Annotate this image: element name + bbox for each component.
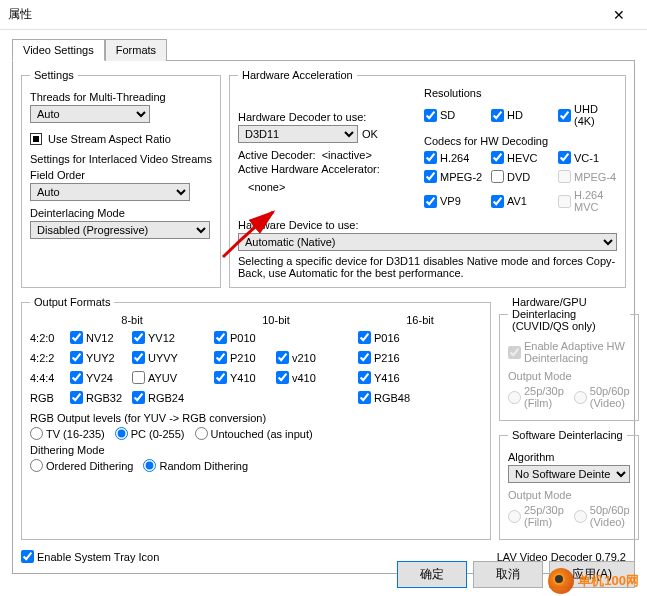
deint-mode-select[interactable]: Disabled (Progressive) xyxy=(30,221,210,239)
sw-deint-algo-label: Algorithm xyxy=(508,451,630,463)
deint-mode-label: Deinterlacing Mode xyxy=(30,207,212,219)
codecs-label: Codecs for HW Decoding xyxy=(424,135,617,147)
sw-deint-group: Software Deinterlacing Algorithm No Soft… xyxy=(499,429,639,540)
active-decoder-value: <inactive> xyxy=(322,149,372,161)
watermark-logo-icon xyxy=(548,568,574,594)
hw-deint-film-radio: 25p/30p (Film) xyxy=(508,385,564,409)
fmt-p210[interactable]: P210 xyxy=(214,351,276,364)
field-order-label: Field Order xyxy=(30,169,212,181)
hw-decoder-label: Hardware Decoder to use: xyxy=(238,111,418,123)
fmt-y410[interactable]: Y410 xyxy=(214,371,276,384)
fmt-uyvy[interactable]: UYVY xyxy=(132,351,194,364)
close-icon[interactable]: ✕ xyxy=(599,7,639,23)
tray-icon-checkbox[interactable]: Enable System Tray Icon xyxy=(21,550,159,563)
codec-hevc-checkbox[interactable]: HEVC xyxy=(491,151,550,164)
fmt-rgb24[interactable]: RGB24 xyxy=(132,391,194,404)
sw-deint-video-radio: 50p/60p (Video) xyxy=(574,504,630,528)
tab-video-settings[interactable]: Video Settings xyxy=(12,39,105,61)
dither-label: Dithering Mode xyxy=(30,444,482,456)
codec-vp9-checkbox[interactable]: VP9 xyxy=(424,189,483,213)
hw-device-select[interactable]: Automatic (Native) xyxy=(238,233,617,251)
res-hd-checkbox[interactable]: HD xyxy=(491,103,550,127)
threads-label: Threads for Multi-Threading xyxy=(30,91,212,103)
fmt-y416[interactable]: Y416 xyxy=(358,371,420,384)
titlebar: 属性 ✕ xyxy=(0,0,647,30)
fmt-rgb32[interactable]: RGB32 xyxy=(70,391,132,404)
fmt-p010[interactable]: P010 xyxy=(214,331,276,344)
hw-accel-legend: Hardware Acceleration xyxy=(238,69,357,81)
sw-deint-legend: Software Deinterlacing xyxy=(508,429,627,441)
active-accel-value: <none> xyxy=(248,181,418,193)
hw-deint-mode-label: Output Mode xyxy=(508,370,630,382)
fmt-v410[interactable]: v410 xyxy=(276,371,338,384)
fmt-p016[interactable]: P016 xyxy=(358,331,420,344)
rgb-untouched-radio[interactable]: Untouched (as input) xyxy=(195,427,313,440)
hw-decoder-select[interactable]: D3D11 xyxy=(238,125,358,143)
dither-random-radio[interactable]: Random Dithering xyxy=(143,459,248,472)
resolutions-label: Resolutions xyxy=(424,87,617,99)
interlaced-streams-label: Settings for Interlaced Video Streams xyxy=(30,153,212,165)
fmt-yv24[interactable]: YV24 xyxy=(70,371,132,384)
codec-av1-checkbox[interactable]: AV1 xyxy=(491,189,550,213)
fmt-yuy2[interactable]: YUY2 xyxy=(70,351,132,364)
codec-vc1-checkbox[interactable]: VC-1 xyxy=(558,151,617,164)
output-formats-legend: Output Formats xyxy=(30,296,114,308)
field-order-select[interactable]: Auto xyxy=(30,183,190,201)
dialog-content: Video Settings Formats Settings Threads … xyxy=(0,30,647,582)
watermark: 单机100网 xyxy=(548,568,639,594)
codec-h264-checkbox[interactable]: H.264 xyxy=(424,151,483,164)
rgb-pc-radio[interactable]: PC (0-255) xyxy=(115,427,185,440)
tab-strip: Video Settings Formats xyxy=(12,38,635,61)
fmt-ayuv[interactable]: AYUV xyxy=(132,371,194,384)
fmt-rgb48[interactable]: RGB48 xyxy=(358,391,420,404)
tab-body: Settings Threads for Multi-Threading Aut… xyxy=(12,61,635,574)
sw-deint-film-radio: 25p/30p (Film) xyxy=(508,504,564,528)
checkbox-icon xyxy=(30,133,42,145)
watermark-text: 单机100网 xyxy=(578,572,639,590)
threads-select[interactable]: Auto xyxy=(30,105,150,123)
hw-deint-group: Hardware/GPU Deinterlacing (CUVID/QS onl… xyxy=(499,296,639,421)
fmt-p216[interactable]: P216 xyxy=(358,351,420,364)
settings-group: Settings Threads for Multi-Threading Aut… xyxy=(21,69,221,288)
ok-button[interactable]: 确定 xyxy=(397,561,467,588)
cancel-button[interactable]: 取消 xyxy=(473,561,543,588)
active-decoder-label: Active Decoder: xyxy=(238,149,316,161)
res-sd-checkbox[interactable]: SD xyxy=(424,103,483,127)
codec-dvd-checkbox[interactable]: DVD xyxy=(491,170,550,183)
hw-device-note: Selecting a specific device for D3D11 di… xyxy=(238,255,617,279)
sw-deint-algo-select[interactable]: No Software Deinterlacing xyxy=(508,465,630,483)
rgb-levels-label: RGB Output levels (for YUV -> RGB conver… xyxy=(30,412,482,424)
sw-deint-mode-label: Output Mode xyxy=(508,489,630,501)
codec-mpeg2-checkbox[interactable]: MPEG-2 xyxy=(424,170,483,183)
output-formats-group: Output Formats 8-bit10-bit16-bit 4:2:0 N… xyxy=(21,296,491,540)
hw-device-label: Hardware Device to use: xyxy=(238,219,617,231)
active-accel-label: Active Hardware Accelerator: xyxy=(238,163,418,175)
hw-decoder-status: OK xyxy=(362,128,378,140)
dither-ordered-radio[interactable]: Ordered Dithering xyxy=(30,459,133,472)
hw-deint-video-radio: 50p/60p (Video) xyxy=(574,385,630,409)
hw-deint-legend: Hardware/GPU Deinterlacing (CUVID/QS onl… xyxy=(508,296,630,332)
fmt-v210[interactable]: v210 xyxy=(276,351,338,364)
res-uhd-checkbox[interactable]: UHD (4K) xyxy=(558,103,617,127)
hw-accel-group: Hardware Acceleration Hardware Decoder t… xyxy=(229,69,626,288)
window-title: 属性 xyxy=(8,6,599,23)
codec-h264mvc-checkbox: H.264 MVC xyxy=(558,189,617,213)
fmt-nv12[interactable]: NV12 xyxy=(70,331,132,344)
rgb-tv-radio[interactable]: TV (16-235) xyxy=(30,427,105,440)
adaptive-hw-deint-checkbox: Enable Adaptive HW Deinterlacing xyxy=(508,340,630,364)
fmt-yv12[interactable]: YV12 xyxy=(132,331,194,344)
settings-legend: Settings xyxy=(30,69,78,81)
stream-aspect-checkbox[interactable]: Use Stream Aspect Ratio xyxy=(30,133,171,145)
tab-formats[interactable]: Formats xyxy=(105,39,167,61)
codec-mpeg4-checkbox: MPEG-4 xyxy=(558,170,617,183)
